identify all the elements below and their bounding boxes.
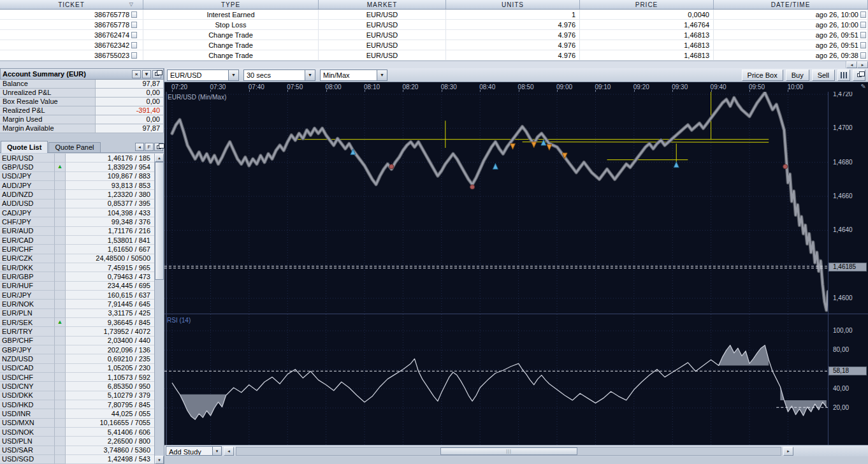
quote-row[interactable]: EUR/CHF1,61650 / 667 <box>0 245 154 254</box>
table-row[interactable]: 386765778Interest EarnedEUR/USD10,0040ag… <box>0 10 868 20</box>
f-button[interactable]: F <box>145 143 154 151</box>
quote-row[interactable]: AUD/NZD1,23320 / 380 <box>0 190 154 199</box>
note-icon[interactable] <box>860 22 866 28</box>
quote-row[interactable]: USD/INR44,025 / 055 <box>0 409 154 418</box>
tab-quote-panel[interactable]: Quote Panel <box>48 142 100 152</box>
table-hscrollbar[interactable]: ◄ ► <box>0 61 868 68</box>
chevron-down-icon[interactable]: ▼ <box>228 70 238 80</box>
buy-button[interactable]: Buy <box>786 69 809 81</box>
table-hscroll-track[interactable] <box>0 61 846 68</box>
quote-row[interactable]: AUD/JPY93,813 / 853 <box>0 181 154 190</box>
cell-market: EUR/USD <box>319 20 446 29</box>
quote-row[interactable]: USD/HKD7,80795 / 845 <box>0 400 154 409</box>
quote-row[interactable]: EUR/SEK▲9,36645 / 845 <box>0 318 154 327</box>
column-header-type[interactable]: TYPE <box>143 0 319 9</box>
chart-type-icon[interactable] <box>837 69 850 81</box>
note-icon[interactable] <box>131 22 137 28</box>
column-header-units[interactable]: UNITS <box>446 0 580 9</box>
quote-row[interactable]: EUR/CAD1,53801 / 841 <box>0 236 154 245</box>
quote-row[interactable]: AUD/USD0,85377 / 395 <box>0 199 154 208</box>
popout-chart-icon[interactable] <box>853 69 865 81</box>
table-row[interactable]: 386755023Change TradeEUR/USD4.9761,46813… <box>0 50 868 61</box>
quote-scroll-thumb[interactable] <box>155 162 164 280</box>
scroll-up-icon[interactable]: ▲ <box>155 154 164 162</box>
interval-dropdown[interactable]: 30 secs ▼ <box>243 69 315 81</box>
pan-right-icon[interactable]: ► <box>783 447 793 456</box>
sell-button[interactable]: Sell <box>812 69 835 81</box>
note-icon[interactable] <box>860 32 866 38</box>
quote-row[interactable]: EUR/AUD1,71176 / 216 <box>0 227 154 236</box>
quote-row[interactable]: EUR/HUF234,445 / 695 <box>0 282 154 291</box>
note-icon[interactable] <box>860 52 866 59</box>
symbol-dropdown[interactable]: EUR/USD ▼ <box>167 69 239 81</box>
quote-row[interactable]: USD/NOK5,41406 / 606 <box>0 428 154 437</box>
scroll-down-icon[interactable]: ▼ <box>155 456 164 464</box>
table-row[interactable]: 386762474Change TradeEUR/USD4.9761,46813… <box>0 30 868 40</box>
rsi-label: RSI (14) <box>167 317 191 324</box>
account-summary-row: Margin Used0,00 <box>0 115 164 124</box>
quote-row[interactable]: USD/CHF1,10573 / 592 <box>0 373 154 382</box>
quote-row[interactable]: GBP/USD▲1,83929 / 954 <box>0 163 154 171</box>
quote-price-value: 234,445 / 695 <box>66 282 154 291</box>
quote-list-scrollbar[interactable]: ▲ ▼ <box>154 154 164 464</box>
quote-row[interactable]: NZD/USD0,69210 / 235 <box>0 354 154 363</box>
quote-row[interactable]: CHF/JPY99,348 / 376 <box>0 217 154 226</box>
column-header-price[interactable]: PRICE <box>580 0 714 9</box>
popout-icon[interactable] <box>152 70 161 78</box>
quote-row[interactable]: EUR/DKK7,45915 / 965 <box>0 263 154 272</box>
quote-row[interactable]: USD/JPY109,867 / 883 <box>0 172 154 181</box>
quote-row[interactable]: USD/CNY6,85350 / 950 <box>0 382 154 391</box>
column-header-date-time[interactable]: DATE/TIME <box>714 0 868 9</box>
quote-row[interactable]: EUR/NOK7,91445 / 645 <box>0 300 154 308</box>
quote-row[interactable]: CAD/JPY104,398 / 433 <box>0 208 154 217</box>
note-icon[interactable] <box>131 32 137 38</box>
note-icon[interactable] <box>860 42 866 48</box>
chevron-down-icon[interactable]: ▼ <box>212 447 221 455</box>
quote-price-value: 93,813 / 853 <box>66 181 154 190</box>
chart-hscrollbar[interactable]: ||| <box>236 447 781 456</box>
note-icon[interactable] <box>860 11 866 18</box>
quote-row[interactable]: EUR/TRY1,73952 / 4072 <box>0 327 154 336</box>
quote-pair-label: USD/CAD <box>0 364 55 373</box>
quote-price-value: 5,41406 / 606 <box>66 428 154 437</box>
quote-row[interactable]: USD/DKK5,10279 / 379 <box>0 391 154 400</box>
chart-style-dropdown[interactable]: Min/Max ▼ <box>320 69 387 81</box>
scroll-left-icon[interactable]: ◄ <box>846 61 857 68</box>
column-header-ticket[interactable]: TICKET▽ <box>0 0 143 9</box>
tab-quote-list[interactable]: Quote List <box>1 141 48 153</box>
quote-row[interactable]: USD/MXN10,16655 / 7055 <box>0 419 154 428</box>
quote-row[interactable]: EUR/GBP0,79463 / 473 <box>0 272 154 281</box>
quote-row[interactable]: USD/SAR3,74860 / 5360 <box>0 446 154 455</box>
price-up-icon: ▲ <box>57 164 63 170</box>
note-icon[interactable] <box>131 52 137 59</box>
chevron-left-icon[interactable]: ◄ <box>135 143 144 151</box>
quote-row[interactable]: GBP/CHF2,03400 / 440 <box>0 337 154 345</box>
collapse-icon[interactable]: ▼ <box>142 70 151 78</box>
quote-row[interactable]: EUR/PLN3,31175 / 425 <box>0 309 154 318</box>
price-chart[interactable]: EUR/USD (Min/Max) <box>164 92 828 314</box>
close-icon[interactable]: × <box>132 70 141 78</box>
quote-row[interactable]: EUR/CZK24,48500 / 50500 <box>0 254 154 263</box>
table-row[interactable]: 386762342Change TradeEUR/USD4.9761,46813… <box>0 40 868 50</box>
draw-icon[interactable]: ✎ <box>861 83 866 90</box>
rsi-chart[interactable]: RSI (14) <box>164 314 828 445</box>
popout-icon[interactable] <box>154 143 163 151</box>
chevron-down-icon[interactable]: ▼ <box>377 70 387 80</box>
quote-row[interactable]: EUR/JPY160,615 / 637 <box>0 291 154 300</box>
add-study-dropdown[interactable]: Add Study ▼ <box>166 446 222 456</box>
price-box-button[interactable]: Price Box <box>742 69 783 81</box>
column-header-market[interactable]: MARKET <box>319 0 446 9</box>
note-icon[interactable] <box>131 11 137 18</box>
chart-hscroll-thumb[interactable]: ||| <box>440 447 577 455</box>
note-icon[interactable] <box>131 42 137 48</box>
chevron-down-icon[interactable]: ▼ <box>305 70 315 80</box>
quote-row[interactable]: GBP/JPY202,096 / 136 <box>0 345 154 354</box>
quote-row[interactable]: USD/SGD1,42498 / 543 <box>0 455 154 464</box>
quote-row[interactable]: EUR/USD1,46176 / 185 <box>0 154 154 163</box>
scroll-right-icon[interactable]: ► <box>857 61 868 68</box>
filter-icon[interactable]: ▽ <box>129 1 134 7</box>
table-row[interactable]: 386765778Stop LossEUR/USD4.9761,46764ago… <box>0 20 868 30</box>
quote-row[interactable]: USD/CAD1,05205 / 230 <box>0 364 154 373</box>
quote-row[interactable]: USD/PLN2,26500 / 800 <box>0 437 154 446</box>
pan-left-icon[interactable]: ◄ <box>224 447 234 456</box>
